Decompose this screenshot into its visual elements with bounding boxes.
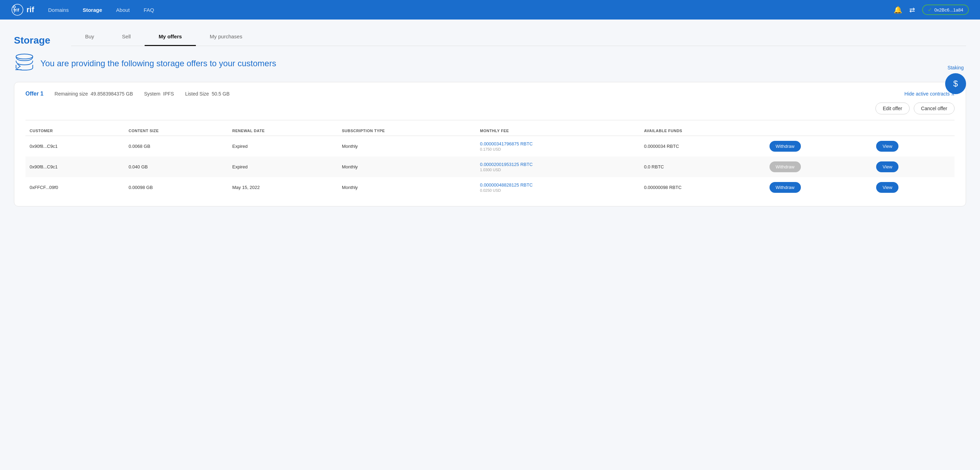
nav-storage[interactable]: Storage [83,7,102,13]
cell-content-size-2: 0.00098 GB [124,177,228,198]
cell-monthly-fee-2: 0.00000048828125 RBTC 0.0250 USD [476,177,640,198]
cell-customer-0: 0x90f8...C9c1 [25,136,124,157]
offer-system: System IPFS [144,91,174,97]
cell-subscription-type-1: Monthly [338,156,476,177]
nav-faq[interactable]: FAQ [143,7,154,13]
view-button-1[interactable]: View [876,161,899,172]
cell-content-size-1: 0.040 GB [124,156,228,177]
tab-my-purchases[interactable]: My purchases [196,28,256,46]
notification-icon[interactable]: 🔔 [894,6,902,14]
tab-buy[interactable]: Buy [71,28,108,46]
cell-withdraw-0: Withdraw [765,136,872,157]
header-tabs-row: Storage Buy Sell My offers My purchases [14,28,966,46]
th-subscription-type: SUBSCRIPTION TYPE [338,126,476,136]
main-container: Storage Buy Sell My offers My purchases … [0,19,980,215]
svg-text:rif: rif [14,7,19,13]
cell-withdraw-2: Withdraw [765,177,872,198]
cell-available-funds-0: 0.0000034 RBTC [640,136,765,157]
withdraw-button-0[interactable]: Withdraw [770,141,801,152]
wallet-check-icon: ✓ [928,6,932,13]
navbar-right: 🔔 ⇄ ✓ 0x2Bc6...1a84 [894,5,969,15]
th-content-size: CONTENT SIZE [124,126,228,136]
divider [25,120,955,120]
contracts-table: CUSTOMER CONTENT SIZE RENEWAL DATE SUBSC… [25,126,955,198]
listed-size-value: 50.5 GB [212,91,229,97]
cell-customer-2: 0xFFCF...09f0 [25,177,124,198]
table-row: 0xFFCF...09f0 0.00098 GB May 15, 2022 Mo… [25,177,955,198]
staking-button[interactable]: $ [945,73,966,94]
staking-dollar-icon: $ [953,79,958,89]
th-action2 [872,126,955,136]
cell-renewal-date-0: Expired [228,136,338,157]
cancel-offer-button[interactable]: Cancel offer [914,102,955,115]
tab-sell[interactable]: Sell [108,28,145,46]
withdraw-button-1: Withdraw [770,161,801,172]
remaining-size-value: 49.8583984375 GB [91,91,133,97]
view-button-2[interactable]: View [876,182,899,193]
hide-contracts-label: Hide active contracts [904,91,950,97]
th-action1 [765,126,872,136]
cell-available-funds-2: 0.00000098 RBTC [640,177,765,198]
cell-view-1: View [872,156,955,177]
cell-subscription-type-2: Monthly [338,177,476,198]
tabs: Buy Sell My offers My purchases [71,28,966,46]
hero-text: You are providing the following storage … [40,59,276,69]
offer-card: Offer 1 Remaining size 49.8583984375 GB … [14,82,966,206]
withdraw-button-2[interactable]: Withdraw [770,182,801,193]
svg-point-2 [13,6,15,8]
cell-content-size-0: 0.0068 GB [124,136,228,157]
cell-available-funds-1: 0.0 RBTC [640,156,765,177]
th-renewal-date: RENEWAL DATE [228,126,338,136]
system-label: System [144,91,161,97]
offer-name: Offer 1 [25,91,44,97]
cell-monthly-fee-1: 0.00002001953125 RBTC 1.0300 USD [476,156,640,177]
table-row: 0x90f8...C9c1 0.0068 GB Expired Monthly … [25,136,955,157]
staking-label: Staking [948,65,964,70]
cell-view-0: View [872,136,955,157]
table-row: 0x90f8...C9c1 0.040 GB Expired Monthly 0… [25,156,955,177]
staking-area: Staking $ [945,65,966,94]
tab-my-offers[interactable]: My offers [145,28,196,46]
offer-header: Offer 1 Remaining size 49.8583984375 GB … [25,91,955,97]
remaining-size-label: Remaining size [55,91,88,97]
system-value: IPFS [163,91,174,97]
cell-renewal-date-2: May 15, 2022 [228,177,338,198]
cell-customer-1: 0x90f8...C9c1 [25,156,124,177]
cell-subscription-type-0: Monthly [338,136,476,157]
hero-banner: You are providing the following storage … [14,53,966,73]
table-header-row: CUSTOMER CONTENT SIZE RENEWAL DATE SUBSC… [25,126,955,136]
page-title: Storage [14,35,50,46]
storage-icon [14,53,35,73]
logo-text: rif [27,5,34,14]
wallet-address: 0x2Bc6...1a84 [934,7,963,13]
th-customer: CUSTOMER [25,126,124,136]
logo[interactable]: rif rif [11,3,34,16]
exchange-icon[interactable]: ⇄ [909,6,915,14]
nav-about[interactable]: About [116,7,130,13]
navbar: rif rif Domains Storage About FAQ 🔔 ⇄ ✓ … [0,0,980,19]
cell-renewal-date-1: Expired [228,156,338,177]
listed-size-label: Listed Size [185,91,209,97]
view-button-0[interactable]: View [876,141,899,152]
nav-links: Domains Storage About FAQ [48,7,880,13]
svg-point-5 [16,54,33,59]
offer-listed-size: Listed Size 50.5 GB [185,91,230,97]
wallet-button[interactable]: ✓ 0x2Bc6...1a84 [922,5,969,15]
cell-monthly-fee-0: 0.00000341796875 RBTC 0.1750 USD [476,136,640,157]
offer-remaining-size: Remaining size 49.8583984375 GB [55,91,133,97]
th-monthly-fee: MONTHLY FEE [476,126,640,136]
edit-offer-button[interactable]: Edit offer [875,102,910,115]
cell-withdraw-1: Withdraw [765,156,872,177]
cell-view-2: View [872,177,955,198]
nav-domains[interactable]: Domains [48,7,68,13]
th-available-funds: AVAILABLE FUNDS [640,126,765,136]
